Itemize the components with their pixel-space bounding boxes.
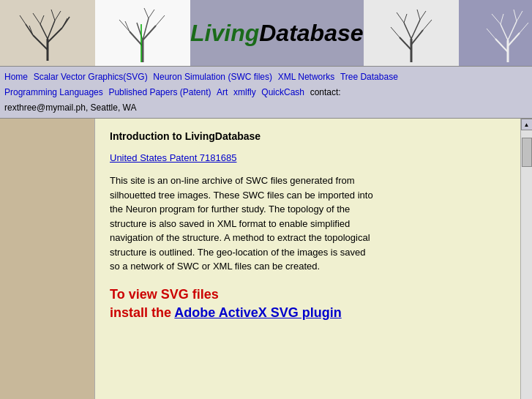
svg-line-21: [156, 15, 165, 26]
svg-line-34: [391, 27, 400, 37]
sidebar: [0, 119, 95, 399]
header-banner: LivingDatabase: [0, 0, 532, 66]
svg-line-45: [487, 29, 495, 39]
svg-line-41: [492, 14, 501, 24]
svg-line-31: [404, 14, 407, 23]
svg-line-38: [508, 33, 520, 46]
svg-line-2: [48, 28, 62, 42]
site-description: This site is an on-line archive of SWC f…: [110, 174, 373, 274]
contact-info: rexthree@mymail.ph, Seattle, WA: [4, 102, 136, 113]
content-area: Introduction to LivingDatabase United St…: [95, 119, 520, 399]
nav-svg[interactable]: Scalar Vector Graphics(SVG): [34, 72, 148, 82]
svg-line-46: [520, 23, 528, 33]
svg-line-7: [51, 10, 55, 20]
svg-line-26: [400, 37, 411, 50]
svg-line-5: [33, 13, 40, 24]
page-heading: Introduction to LivingDatabase: [110, 130, 506, 142]
svg-line-37: [495, 39, 508, 52]
scroll-up-button[interactable]: ▲: [521, 119, 533, 130]
navigation-bar: Home Scalar Vector Graphics(SVG) Neuron …: [0, 66, 532, 119]
svg-line-13: [62, 18, 67, 28]
nav-quickcash[interactable]: QuickCash: [261, 87, 304, 97]
svg-line-44: [517, 11, 522, 21]
nav-home[interactable]: Home: [4, 72, 28, 82]
svg-line-43: [514, 10, 517, 21]
svg-line-22: [144, 8, 149, 18]
svg-line-28: [404, 23, 411, 39]
header-tree-img-1: [0, 0, 95, 66]
svg-line-32: [417, 10, 420, 20]
svg-line-8: [55, 11, 61, 20]
svg-line-3: [40, 24, 48, 39]
nav-art[interactable]: Art: [217, 87, 228, 97]
svg-install-notice: To view SVG files install the Adobe Acti…: [110, 286, 506, 322]
adobe-plugin-link[interactable]: Adobe ActiveX SVG plugin: [174, 305, 341, 320]
scrollbar[interactable]: ▲ ▼: [520, 119, 532, 399]
svg-line-39: [501, 24, 508, 40]
svg-line-20: [125, 21, 130, 31]
header-tree-img-3: [364, 0, 459, 66]
header-tree-img-4: [459, 0, 532, 66]
svg-line-27: [411, 30, 423, 45]
svg-line-23: [149, 10, 154, 18]
svg-line-1: [33, 35, 48, 50]
svg-line-42: [501, 14, 503, 24]
nav-tree[interactable]: Tree Database: [340, 72, 398, 82]
header-tree-img-2: [95, 0, 190, 66]
main-layout: Introduction to LivingDatabase United St…: [0, 119, 532, 399]
nav-papers[interactable]: Published Papers (Patent): [108, 87, 211, 97]
patent-link[interactable]: United States Patent 7181685: [110, 152, 506, 163]
svg-notice-line1: To view SVG files: [110, 287, 219, 302]
svg-line-30: [397, 12, 404, 23]
site-logo: LivingDatabase: [190, 0, 364, 66]
nav-database[interactable]: Programming Languages: [4, 87, 103, 97]
scroll-thumb[interactable]: [522, 138, 532, 167]
svg-notice-line2: install the: [110, 305, 174, 320]
scroll-track[interactable]: [521, 130, 533, 399]
contact-label: contact:: [310, 87, 341, 97]
logo-text: LivingDatabase: [190, 20, 364, 47]
svg-line-19: [119, 20, 130, 31]
nav-xml[interactable]: XML Networks: [278, 72, 335, 82]
nav-xmlfly[interactable]: xmlfly: [233, 87, 256, 97]
svg-line-35: [423, 20, 432, 30]
svg-line-6: [40, 15, 44, 24]
svg-line-17: [137, 23, 143, 40]
nav-neuron[interactable]: Neuron Simulation (SWC files): [153, 72, 272, 82]
svg-line-11: [20, 15, 26, 24]
svg-line-33: [420, 11, 426, 20]
